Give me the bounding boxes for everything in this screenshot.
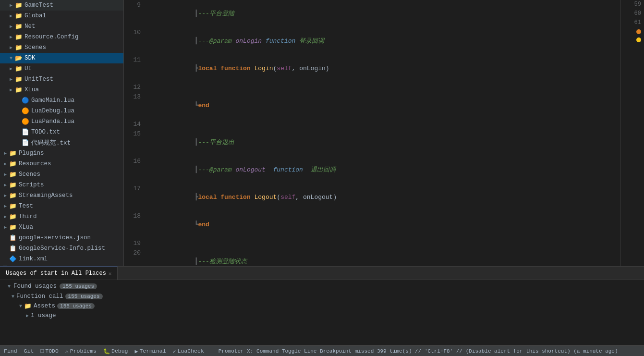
folder-icon: 📁 (9, 202, 17, 210)
arrow-icon: ▶ (8, 76, 14, 82)
xml-file-icon: 🔷 (9, 255, 17, 263)
folder-icon: 📁 (14, 86, 23, 94)
code-line-14: 14 (124, 119, 620, 129)
folder-icon: 📁 (14, 1, 23, 9)
folder-icon: 📁 (9, 149, 17, 157)
tab-find-label[interactable]: Find (4, 348, 17, 354)
tab-git-label[interactable]: Git (24, 348, 34, 354)
arrow-icon: ▶ (2, 172, 9, 177)
sidebar-item-google-services[interactable]: 📋 google-services.json (0, 233, 123, 243)
arrow-icon: ▶ (2, 182, 9, 188)
txt-file-icon: 📄 (21, 139, 30, 147)
sidebar-item-streamingassets[interactable]: ▶ 📁 StreamingAssets (0, 190, 123, 201)
code-line-9: 9 ┃---平台登陆 (124, 0, 620, 27)
line-number: 14 (124, 119, 146, 129)
folder-icon: 📁 (14, 75, 23, 83)
code-line-12: 12 (124, 82, 620, 92)
find-tab-close[interactable]: ✕ (109, 270, 112, 277)
find-tab[interactable]: Usages of start in All Places ✕ (0, 267, 118, 280)
tab-terminal-label[interactable]: ▶ Terminal (135, 348, 166, 355)
line-content: ┗end (146, 211, 620, 238)
dot-yellow (636, 29, 641, 34)
problems-icon: ⚠ (65, 348, 69, 355)
sidebar-item-ui[interactable]: ▶ 📁 UI (0, 63, 123, 74)
txt-file-icon: 📄 (21, 128, 30, 136)
sidebar: ▶ 📁 GameTest ▶ 📁 Global ▶ 📁 Net ▶ 📁 Reso… (0, 0, 124, 266)
terminal-icon: ▶ (135, 348, 138, 355)
arrow-icon: ▶ (8, 24, 14, 29)
gutter-line-61: 61 (634, 19, 641, 26)
found-usages-label: Found usages (13, 283, 57, 290)
line-number: 16 (124, 156, 146, 184)
sidebar-item-unittest[interactable]: ▶ 📁 UnitTest (0, 74, 123, 85)
sidebar-item-sdk[interactable]: ▼ 📂 SDK (0, 53, 123, 63)
gutter-line-60: 60 (634, 10, 641, 17)
sidebar-item-luapanda-lua[interactable]: 🟠 LuaPanda.lua (0, 116, 123, 127)
folder-icon: 📁 (9, 192, 17, 199)
folder-icon: 📁 (14, 33, 23, 41)
line-content (146, 82, 620, 92)
assets-row[interactable]: ▼ 📁 Assets 155 usages (4, 301, 640, 311)
sidebar-item-todo-txt[interactable]: 📄 TODO.txt (0, 127, 123, 137)
chevron-down-icon: ▼ (19, 304, 22, 309)
code-line-11: 11 ┣local function Login(self, onLogin) (124, 55, 620, 82)
sidebar-item-xlua2[interactable]: ▶ 📁 XLua (0, 222, 123, 233)
code-line-18: 18 ┗end (124, 211, 620, 238)
line-number: 19 (124, 238, 146, 248)
sidebar-item-luadebug-lua[interactable]: 🟠 LuaDebug.lua (0, 106, 123, 116)
line-content: ┃---@param onLogout function 退出回调 (146, 156, 620, 184)
function-call-badge: 155 usages (65, 294, 103, 299)
find-tab-label: Usages of start in All Places (6, 270, 106, 277)
dot-orange (636, 37, 641, 42)
status-message: Promoter X: Command Toggle Line Breakpoi… (209, 348, 640, 354)
line-number: 13 (124, 92, 146, 119)
sidebar-item-third[interactable]: ▶ 📁 Third (0, 211, 123, 222)
sidebar-item-code-rules[interactable]: 📄 代码规范.txt (0, 137, 123, 148)
one-usage-label: 1 usage (31, 312, 56, 319)
arrow-icon: ▶ (2, 203, 9, 209)
tab-problems-label[interactable]: ⚠ Problems (65, 348, 97, 355)
code-line-15: 15 ┃---平台退出 (124, 129, 620, 156)
luacheck-icon: ✓ (173, 348, 176, 355)
tab-debug-label[interactable]: 🐛 Debug (103, 348, 128, 355)
line-content: ┃---检测登陆状态 (146, 248, 620, 266)
tab-luacheck-label[interactable]: ✓ LuaCheck (173, 348, 204, 355)
assets-label: Assets (34, 303, 55, 309)
code-line-20: 20 ┃---检测登陆状态 (124, 248, 620, 266)
sidebar-item-gamemain-lua[interactable]: 🔵 GameMain.lua (0, 95, 123, 106)
sidebar-item-net[interactable]: ▶ 📁 Net (0, 21, 123, 32)
sidebar-item-gametest[interactable]: ▶ 📁 GameTest (0, 0, 123, 11)
line-content (146, 238, 620, 248)
function-call-row[interactable]: ▼ Function call 155 usages (4, 292, 640, 301)
sidebar-item-resource-config[interactable]: ▶ 📁 Resource.Config (0, 32, 123, 42)
sidebar-item-scenes[interactable]: ▶ 📁 Scenes (0, 42, 123, 53)
arrow-icon: ▶ (8, 34, 14, 40)
sidebar-item-test[interactable]: ▶ 📁 Test (0, 201, 123, 211)
line-content: ┃---平台退出 (146, 129, 620, 156)
lua-file-icon: 🟠 (21, 107, 30, 115)
folder-icon: 📁 (9, 181, 17, 189)
sidebar-item-xlua[interactable]: ▶ 📁 XLua (0, 85, 123, 95)
code-line-17: 17 ┣local function Logout(self, onLogout… (124, 184, 620, 211)
line-number: 11 (124, 55, 146, 82)
tab-todo-label[interactable]: □ TODO (40, 348, 59, 354)
code-editor[interactable]: 9 ┃---平台登陆 10 ┃---@param onLogin functio… (124, 0, 620, 266)
arrow-icon: ▶ (2, 193, 9, 198)
json-file-icon: 📋 (9, 234, 17, 242)
sidebar-item-link-xml[interactable]: 🔷 link.xml (0, 254, 123, 264)
lua-file-icon: 🔵 (21, 97, 30, 104)
arrow-icon: ▶ (2, 161, 9, 167)
line-content: ┃---@param onLogin function 登录回调 (146, 27, 620, 55)
sidebar-item-scripts[interactable]: ▶ 📁 Scripts (0, 180, 123, 190)
sidebar-item-scenes2[interactable]: ▶ 📁 Scenes (0, 169, 123, 180)
one-usage-row[interactable]: ▶ 1 usage (4, 311, 640, 320)
sidebar-item-global[interactable]: ▶ 📁 Global (0, 11, 123, 21)
sidebar-item-resources[interactable]: ▶ 📁 Resources (0, 159, 123, 169)
folder-icon: 📁 (9, 160, 17, 168)
sidebar-item-googleservice-info[interactable]: 📋 GoogleService-Info.plist (0, 243, 123, 254)
arrow-icon: ▼ (8, 56, 14, 61)
folder-icon: 📁 (9, 171, 17, 178)
find-results-header: ▼ Found usages 155 usages (4, 281, 640, 292)
sidebar-item-plugins[interactable]: ▶ 📁 Plugins (0, 148, 123, 159)
arrow-icon: ▶ (2, 150, 9, 156)
